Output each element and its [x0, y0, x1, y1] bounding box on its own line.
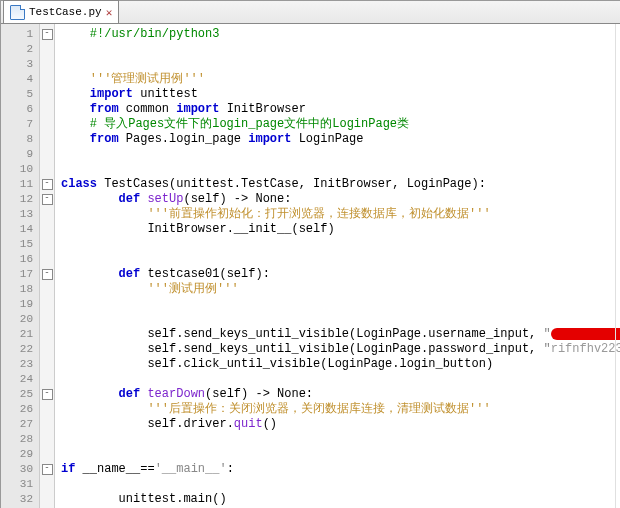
close-icon[interactable]: ✕: [106, 6, 113, 19]
line-number: 28: [11, 432, 33, 447]
comment: # 导入Pages文件下的login_page文件中的LoginPage类: [90, 117, 409, 131]
fold-toggle[interactable]: -: [42, 269, 53, 280]
redacted-value: [551, 328, 620, 340]
line-number: 26: [11, 402, 33, 417]
line-number: 3: [11, 57, 33, 72]
line-number-gutter: 1234567891011121314151617181920212223242…: [1, 24, 40, 508]
line-number: 7: [11, 117, 33, 132]
line-number: 4: [11, 72, 33, 87]
line-number: 2: [11, 42, 33, 57]
line-number: 17: [11, 267, 33, 282]
line-number: 32: [11, 492, 33, 507]
file-tab[interactable]: TestCase.py ✕: [3, 0, 119, 23]
line-number: 31: [11, 477, 33, 492]
line-number: 8: [11, 132, 33, 147]
fold-toggle[interactable]: -: [42, 29, 53, 40]
column-guide: [615, 24, 616, 508]
line-number: 25: [11, 387, 33, 402]
line-number: 11: [11, 177, 33, 192]
line-number: 6: [11, 102, 33, 117]
line-number: 29: [11, 447, 33, 462]
line-number: 18: [11, 282, 33, 297]
tab-bar: TestCase.py ✕: [1, 1, 620, 24]
line-number: 15: [11, 237, 33, 252]
line-number: 19: [11, 297, 33, 312]
line-number: 22: [11, 342, 33, 357]
line-number: 20: [11, 312, 33, 327]
module-docstring: '''管理测试用例''': [90, 72, 205, 86]
line-number: 10: [11, 162, 33, 177]
line-number: 16: [11, 252, 33, 267]
line-number: 23: [11, 357, 33, 372]
fold-toggle[interactable]: -: [42, 389, 53, 400]
fold-toggle[interactable]: -: [42, 194, 53, 205]
line-number: 24: [11, 372, 33, 387]
line-number: 21: [11, 327, 33, 342]
line-number: 13: [11, 207, 33, 222]
line-number: 12: [11, 192, 33, 207]
line-number: 9: [11, 147, 33, 162]
fold-column: - -- - - -: [40, 24, 55, 508]
shebang: #!/usr/bin/python3: [90, 27, 220, 41]
line-number: 27: [11, 417, 33, 432]
fold-toggle[interactable]: -: [42, 179, 53, 190]
line-number: 14: [11, 222, 33, 237]
line-number: 1: [11, 27, 33, 42]
editor-window: TestCase.py ✕ 12345678910111213141516171…: [0, 0, 620, 508]
editor-body: 1234567891011121314151617181920212223242…: [1, 24, 620, 508]
tab-filename: TestCase.py: [29, 6, 102, 18]
code-area[interactable]: #!/usr/bin/python3 '''管理测试用例''' import u…: [55, 24, 620, 508]
fold-toggle[interactable]: -: [42, 464, 53, 475]
line-number: 5: [11, 87, 33, 102]
line-number: 30: [11, 462, 33, 477]
file-icon: [10, 5, 25, 20]
